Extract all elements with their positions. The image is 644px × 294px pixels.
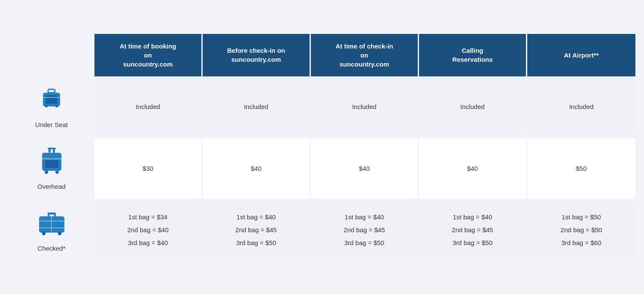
header-booking: At time of bookingonsuncountry.com	[94, 34, 203, 76]
svg-rect-8	[48, 148, 56, 149]
svg-point-24	[58, 232, 61, 235]
svg-rect-0	[48, 89, 55, 93]
svg-rect-15	[56, 170, 58, 173]
checked-text: Checked*	[37, 245, 65, 252]
svg-rect-14	[46, 170, 47, 173]
overhead-row-label: Overhead	[13, 147, 90, 190]
header-empty	[9, 34, 94, 76]
svg-rect-18	[54, 212, 56, 217]
svg-rect-5	[55, 106, 58, 107]
header-reservations: CallingReservations	[419, 34, 527, 76]
header-airport: At Airport**	[527, 34, 635, 76]
checked-icon	[36, 209, 67, 239]
checked-booking: 1st bag = $342nd bag = $403rd bag = $40	[94, 199, 203, 261]
svg-rect-11	[45, 160, 58, 168]
header-at-checkin: At time of check-inonsuncountry.com	[311, 34, 419, 76]
under-seat-before-checkin: Included	[203, 76, 311, 137]
overhead-airport: $50	[527, 137, 635, 199]
checked-row-label: Checked*	[13, 209, 90, 252]
baggage-fee-table: At time of bookingonsuncountry.com Befor…	[9, 34, 635, 261]
under-seat-reservations: Included	[419, 76, 527, 137]
row-under-seat: Under Seat Included Included Included In…	[9, 76, 635, 137]
overhead-text: Overhead	[37, 183, 66, 190]
row-checked: Checked* 1st bag = $342nd bag = $403rd b…	[9, 199, 635, 261]
row-overhead: Overhead $30 $40 $40 $40 $50	[9, 137, 635, 199]
checked-label-cell: Checked*	[9, 199, 94, 261]
checked-before-checkin: 1st bag = $402nd bag = $453rd bag = $50	[203, 199, 311, 261]
header-before-checkin: Before check-in onsuncountry.com	[203, 34, 311, 76]
checked-airport: 1st bag = $502nd bag = $503rd bag = $60	[527, 199, 635, 261]
checked-reservations: 1st bag = $402nd bag = $453rd bag = $50	[419, 199, 527, 261]
under-seat-label-cell: Under Seat	[9, 76, 94, 137]
overhead-booking: $30	[94, 137, 203, 199]
overhead-at-checkin: $40	[311, 137, 419, 199]
overhead-label-cell: Overhead	[9, 137, 94, 199]
under-seat-booking: Included	[94, 76, 203, 137]
svg-rect-4	[45, 106, 48, 107]
under-seat-row-label: Under Seat	[13, 85, 90, 128]
under-seat-airport: Included	[527, 76, 635, 137]
under-seat-text: Under Seat	[35, 121, 68, 128]
overhead-before-checkin: $40	[203, 137, 311, 199]
svg-point-23	[42, 232, 46, 235]
svg-rect-17	[48, 212, 49, 217]
overhead-reservations: $40	[419, 137, 527, 199]
svg-rect-2	[46, 95, 58, 104]
under-seat-at-checkin: Included	[311, 76, 419, 137]
overhead-icon	[36, 147, 67, 177]
checked-at-checkin: 1st bag = $402nd bag = $453rd bag = $50	[311, 199, 419, 261]
under-seat-icon	[36, 85, 67, 115]
